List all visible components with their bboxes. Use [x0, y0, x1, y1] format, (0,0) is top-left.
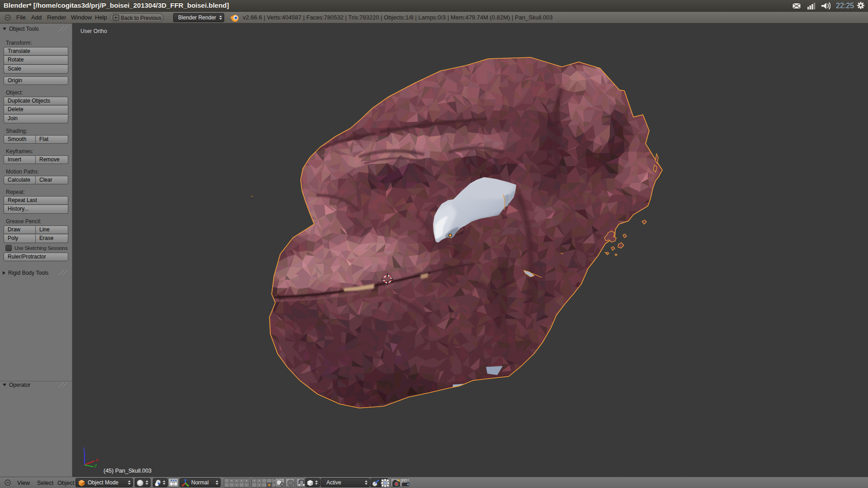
svg-text:x: x	[96, 457, 99, 462]
svg-text:y: y	[94, 462, 97, 468]
svg-text:z: z	[83, 446, 85, 451]
